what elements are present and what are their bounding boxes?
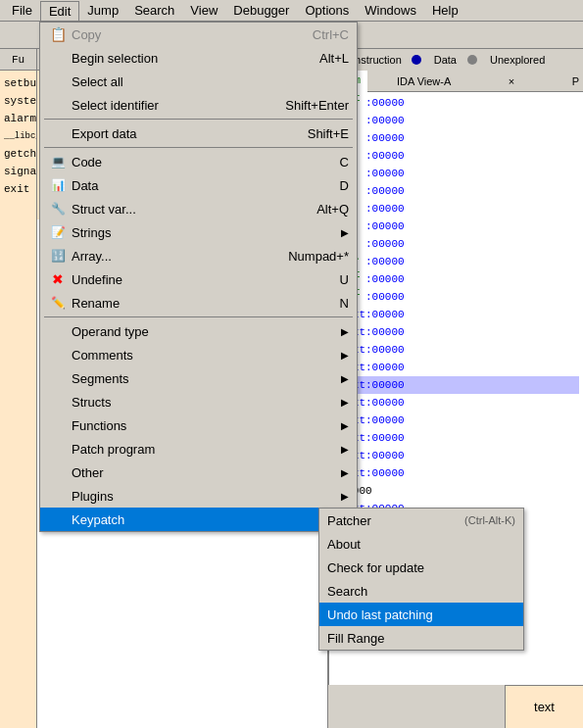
keypatch-item-undo-last-patching[interactable]: Undo last patching — [319, 603, 523, 626]
menu-help[interactable]: Help — [424, 1, 466, 20]
menu-item-copy[interactable]: 📋 Copy Ctrl+C — [40, 23, 357, 46]
menu-item-begin-selection-label: Begin selection — [72, 51, 300, 66]
menu-debugger[interactable]: Debugger — [225, 1, 297, 20]
menu-item-export-data-label: Export data — [72, 126, 288, 141]
menu-item-keypatch[interactable]: Keypatch ▶ — [40, 508, 357, 531]
keypatch-patcher-shortcut: (Ctrl-Alt-K) — [464, 514, 515, 526]
menu-item-plugins-label: Plugins — [72, 489, 337, 504]
menu-item-export-data[interactable]: Export data Shift+E — [40, 121, 357, 145]
menu-jump[interactable]: Jump — [79, 1, 126, 20]
menu-edit[interactable]: Edit — [40, 1, 79, 21]
menu-item-functions-label: Functions — [72, 418, 337, 433]
segments-icon — [48, 368, 68, 388]
keypatch-item-search[interactable]: Search — [319, 579, 523, 603]
menu-view[interactable]: View — [182, 1, 225, 20]
menu-item-comments[interactable]: Comments ▶ — [40, 343, 357, 366]
text-label: text — [505, 685, 583, 728]
keypatch-check-update-label: Check for update — [327, 560, 515, 575]
keypatch-patcher-label: Patcher — [327, 513, 464, 528]
ida-line: .text:00000 — [333, 270, 579, 288]
menu-item-functions[interactable]: Functions ▶ — [40, 413, 357, 437]
keypatch-submenu: Patcher (Ctrl-Alt-K) About Check for upd… — [318, 508, 524, 651]
keypatch-item-check-update[interactable]: Check for update — [319, 556, 523, 579]
menu-item-segments[interactable]: Segments ▶ — [40, 366, 357, 390]
menu-item-data[interactable]: 📊 Data D — [40, 173, 357, 197]
tab-unexplored[interactable]: Unexplored — [481, 52, 554, 68]
ida-line: .text:00000 — [333, 200, 579, 218]
functions-icon — [48, 415, 68, 435]
undefine-icon: ✖ — [48, 269, 68, 289]
menu-item-undefine[interactable]: ✖ Undefine U — [40, 267, 357, 291]
rename-icon: ✏️ — [48, 293, 68, 313]
other-icon — [48, 462, 68, 482]
menu-item-code[interactable]: 💻 Code C — [40, 150, 357, 173]
tab-data[interactable]: Data — [425, 52, 465, 68]
keypatch-item-patcher[interactable]: Patcher (Ctrl-Alt-K) — [319, 509, 523, 532]
menu-item-strings[interactable]: 📝 Strings ▶ — [40, 220, 357, 244]
menu-item-select-identifier-label: Select identifier — [72, 98, 266, 113]
func-item[interactable]: getchar — [4, 145, 32, 163]
array-icon: 🔢 — [48, 246, 68, 266]
menu-item-struct-var[interactable]: 🔧 Struct var... Alt+Q — [40, 197, 357, 220]
strings-icon: 📝 — [48, 222, 68, 242]
menu-item-undefine-shortcut: U — [340, 272, 349, 287]
ida-line: .text:00000 — [333, 112, 579, 129]
menu-item-begin-selection[interactable]: Begin selection Alt+L — [40, 46, 357, 70]
keypatch-fill-range-label: Fill Range — [327, 631, 515, 646]
copy-icon: 📋 — [48, 24, 68, 44]
menu-item-plugins[interactable]: Plugins ▶ — [40, 484, 357, 508]
menu-item-segments-label: Segments — [72, 371, 337, 386]
plugins-arrow-icon: ▶ — [341, 491, 349, 502]
ida-line-highlight: .text:00000 — [333, 376, 579, 394]
menu-item-rename-shortcut: N — [340, 296, 349, 311]
ida-view-title: IDA View-A — [397, 75, 451, 87]
menu-options[interactable]: Options — [297, 1, 357, 20]
ida-line: .text:00000 — [333, 147, 579, 165]
begin-selection-icon — [48, 48, 68, 68]
function-panel: Fu setbuf system alarm __libc_start_main… — [0, 49, 37, 728]
code-icon: 💻 — [48, 152, 68, 171]
ida-line: .text:00000 — [333, 394, 579, 412]
menu-item-select-identifier-shortcut: Shift+Enter — [285, 98, 349, 113]
keypatch-icon — [48, 510, 68, 529]
menu-item-copy-label: Copy — [72, 27, 293, 42]
strings-arrow-icon: ▶ — [341, 227, 349, 238]
keypatch-about-label: About — [327, 537, 515, 552]
menu-item-select-all[interactable]: Select all — [40, 70, 357, 93]
ida-line: .text:00000 — [333, 464, 579, 482]
edit-menu: 📋 Copy Ctrl+C Begin selection Alt+L Sele… — [39, 22, 358, 532]
menu-item-structs[interactable]: Structs ▶ — [40, 390, 357, 413]
menu-item-undefine-label: Undefine — [72, 272, 320, 287]
func-item[interactable]: system — [4, 92, 32, 110]
func-item[interactable]: signal — [4, 163, 32, 180]
menu-item-operand-type-label: Operand type — [72, 324, 337, 339]
menu-item-strings-label: Strings — [72, 225, 337, 240]
menu-item-rename-label: Rename — [72, 296, 320, 311]
ida-line: .text:00000 — [333, 165, 579, 182]
menu-item-array[interactable]: 🔢 Array... Numpad+* — [40, 244, 357, 267]
ida-line: .text:00000 — [333, 235, 579, 253]
menu-file[interactable]: File — [4, 1, 40, 20]
menu-item-other[interactable]: Other ▶ — [40, 461, 357, 484]
menu-item-patch-program[interactable]: Patch program ▶ — [40, 437, 357, 461]
instruction-tab-bar: Instruction Data Unexplored — [328, 49, 583, 71]
func-item[interactable]: setbuf — [4, 74, 32, 92]
func-item[interactable]: __libc_start_main — [4, 127, 32, 145]
func-item[interactable]: alarm — [4, 110, 32, 127]
func-item[interactable]: exit — [4, 180, 32, 198]
separator-1 — [44, 119, 353, 120]
keypatch-item-about[interactable]: About — [319, 532, 523, 556]
ida-view-close2[interactable]: × — [509, 75, 514, 87]
menu-search[interactable]: Search — [126, 1, 182, 20]
menu-item-rename[interactable]: ✏️ Rename N — [40, 291, 357, 315]
ida-line: .text:00000 — [333, 412, 579, 429]
separator-3 — [44, 316, 353, 317]
keypatch-item-fill-range[interactable]: Fill Range — [319, 626, 523, 650]
menu-item-select-identifier[interactable]: Select identifier Shift+Enter — [40, 93, 357, 117]
menu-windows[interactable]: Windows — [357, 1, 424, 20]
ida-line: .text:00000 — [333, 429, 579, 447]
ida-line: .text:00000 — [333, 253, 579, 270]
menu-item-other-label: Other — [72, 465, 337, 480]
menu-item-export-data-shortcut: Shift+E — [308, 126, 349, 141]
menu-item-operand-type[interactable]: Operand type ▶ — [40, 319, 357, 343]
